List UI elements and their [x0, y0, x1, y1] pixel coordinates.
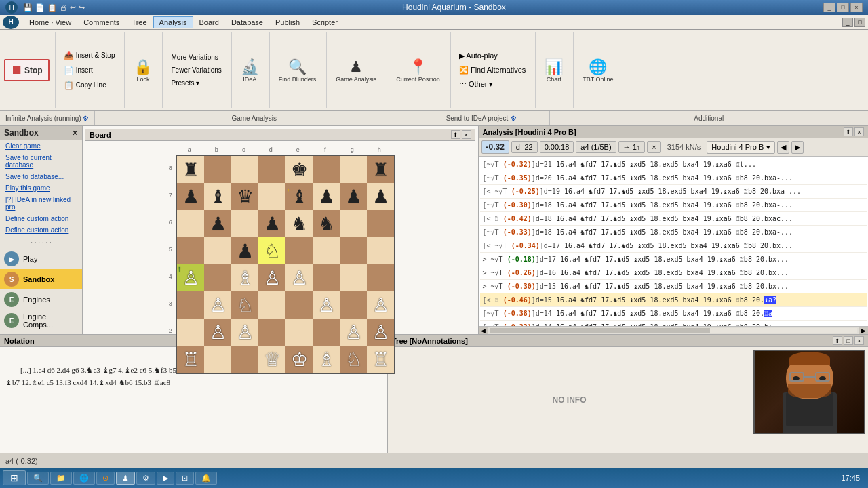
- taskbar-clock: 17:45: [835, 474, 865, 482]
- find-alternatives-btn[interactable]: 🔀 Find Alternatives: [455, 64, 530, 77]
- save-to-database-link[interactable]: Save to database...: [0, 171, 82, 182]
- close-btn[interactable]: ×: [850, 3, 863, 12]
- titlebar: H 💾 📄 📋 🖨 ↩ ↪ Houdini Aquarium - Sandbox…: [0, 0, 868, 15]
- taskbar-media[interactable]: ▶: [157, 472, 174, 485]
- analysis-line[interactable]: > ~√T (-0.30)]d=15 16.a4 ♞fd7 17.♞d5 ♝xd…: [480, 280, 867, 293]
- maximize-btn[interactable]: □: [837, 3, 849, 12]
- analysis-close[interactable]: ×: [854, 127, 864, 136]
- tree-expand[interactable]: ⬆: [833, 336, 842, 345]
- app-min[interactable]: _: [842, 18, 853, 27]
- infinite-analysis-label: Infinite Analysis (running): [5, 115, 81, 122]
- find-blunders-button[interactable]: 🔍 Find Blunders: [274, 56, 321, 85]
- taskbar-misc2[interactable]: 🔔: [195, 472, 217, 485]
- sidebar-nav-play[interactable]: ▶ Play: [0, 249, 82, 269]
- analysis-line[interactable]: > ~√T (-0.26)]d=16 16.a4 ♞fd7 17.♞d5 ♝xd…: [480, 266, 867, 280]
- additional-label: Additional: [694, 115, 724, 122]
- game-analysis-button[interactable]: ♟ Game Analysis: [331, 56, 381, 85]
- analysis-scroll-right[interactable]: ▶: [859, 327, 868, 335]
- minimize-btn[interactable]: _: [823, 3, 835, 12]
- menu-comments[interactable]: Comments: [77, 16, 125, 28]
- board-area: Board ⬆ × a b c d e f g: [83, 126, 479, 334]
- tree-fullscreen[interactable]: □: [844, 336, 853, 345]
- analysis-move-info[interactable]: a4 (1/5B): [576, 141, 616, 153]
- taskbar-misc1[interactable]: ⊡: [176, 472, 194, 485]
- clear-game-link[interactable]: Clear game: [0, 140, 82, 152]
- analysis-line[interactable]: [~√T (-0.35)]d=20 16.a4 ♞fd7 17.♞d5 ♝xd5…: [480, 171, 867, 185]
- chart-button[interactable]: 📊 Chart: [540, 56, 568, 85]
- analysis-time[interactable]: 0:00:18: [540, 141, 574, 153]
- sidebar-nav-sandbox[interactable]: S Sandbox: [0, 269, 82, 289]
- taskbar-search[interactable]: 🔍: [27, 472, 49, 485]
- lock-button[interactable]: 🔒 Lock: [129, 56, 157, 85]
- tree-title: Tree [NoAnnotations]: [392, 337, 468, 345]
- auto-play-btn[interactable]: ▶ Auto-play: [455, 49, 530, 62]
- analysis-line[interactable]: [< ♖ (-0.46)]d=15 16.a4 ♞fd7 17.♞d5 ♝xd5…: [480, 293, 867, 307]
- save-current-db-link[interactable]: Save to current database: [0, 152, 82, 171]
- analysis-line[interactable]: [< ♖ (-0.42)]d=18 16.a4 ♞fd7 17.♞d5 ♝xd5…: [480, 212, 867, 226]
- analysis-scroll-left[interactable]: ◀: [479, 327, 488, 335]
- analysis-expand[interactable]: ⬆: [844, 127, 853, 136]
- analysis-score[interactable]: -0.32: [481, 140, 509, 154]
- sidebar-title: Sandbox: [4, 128, 39, 138]
- more-variations-btn[interactable]: More Variations: [167, 52, 225, 63]
- analysis-depth[interactable]: d=22: [511, 141, 538, 153]
- idea-button[interactable]: 🔬 IDeA: [236, 56, 264, 85]
- sidebar: Sandbox ✕ Clear game Save to current dat…: [0, 126, 83, 334]
- presets-btn[interactable]: Presets ▾: [167, 77, 225, 89]
- idea-linked-link[interactable]: [?] IDeA in new linked pro: [0, 194, 82, 213]
- play-game-link[interactable]: Play this game: [0, 182, 82, 194]
- menu-publish[interactable]: Publish: [269, 16, 306, 28]
- board-panel-expand[interactable]: ⬆: [451, 130, 460, 139]
- fewer-variations-btn[interactable]: Fewer Variations: [167, 64, 225, 76]
- chessboard[interactable]: ♜ ♚ ♜ ♟: [176, 155, 395, 374]
- statusbar: a4 (-0.32): [0, 453, 868, 468]
- taskbar-ie[interactable]: 🌐: [73, 472, 95, 485]
- analysis-arrows[interactable]: → 1↑: [618, 141, 646, 153]
- menu-home[interactable]: Home · View: [23, 16, 77, 28]
- other-btn[interactable]: ⋯ Other ▾: [455, 78, 530, 91]
- tree-panel: Tree [NoAnnotations] ⬆ □ × NO INFO: [388, 335, 868, 453]
- window-title: Houdini Aquarium - Sandbox: [402, 3, 506, 12]
- analysis-line[interactable]: > ~√T (-0.18)]d=17 16.a4 ♞fd7 17.♞d5 ♝xd…: [480, 253, 867, 266]
- define-action-2-link[interactable]: Define custom action: [0, 224, 82, 236]
- sidebar-close[interactable]: ✕: [72, 129, 78, 138]
- analysis-line[interactable]: [~√T (-0.30)]d=18 16.a4 ♞fd7 17.♞d5 ♝xd5…: [480, 199, 867, 212]
- analysis-lines[interactable]: [~√T (-0.32)]d=21 16.a4 ♞fd7 17.♞d5 ♝xd5…: [479, 157, 869, 326]
- define-action-1-link[interactable]: Define custom action: [0, 213, 82, 224]
- current-position-button[interactable]: 📍 Current Position: [391, 56, 445, 85]
- stop-button[interactable]: ⏹ Stop: [4, 59, 50, 81]
- app-max[interactable]: □: [854, 18, 865, 27]
- menu-tree[interactable]: Tree: [125, 16, 153, 28]
- menu-database[interactable]: Database: [225, 16, 269, 28]
- analysis-line[interactable]: [~√T (-0.32)]d=21 16.a4 ♞fd7 17.♞d5 ♝xd5…: [480, 158, 867, 171]
- board-panel-close[interactable]: ×: [462, 130, 471, 139]
- taskbar-chess-app[interactable]: ♟: [116, 472, 135, 485]
- analysis-next-engine[interactable]: ▶: [791, 141, 804, 154]
- analysis-prev-engine[interactable]: ◀: [777, 141, 789, 154]
- copy-line-btn[interactable]: 📋 Copy Line: [60, 79, 119, 92]
- game-analysis-label: Game Analysis: [231, 115, 277, 122]
- analysis-engine-select[interactable]: Houdini 4 Pro B ▾: [707, 141, 775, 154]
- toolbar: ⏹ Stop 📥 Insert & Stop 📄 Insert 📋 Copy L…: [0, 30, 868, 111]
- analysis-line[interactable]: [< ~√T (-0.25)]d=19 16.a4 ♞fd7 17.♞d5 ♝x…: [480, 185, 867, 199]
- menu-analysis[interactable]: Analysis: [153, 16, 193, 28]
- analysis-close-btn[interactable]: ×: [647, 141, 660, 153]
- taskbar-gear[interactable]: ⚙: [136, 472, 155, 485]
- sidebar-nav-engine-comps[interactable]: E Engine Comps...: [0, 310, 82, 331]
- menu-board[interactable]: Board: [193, 16, 225, 28]
- insert-btn[interactable]: 📄 Insert: [60, 64, 119, 77]
- tbt-online-button[interactable]: 🌐 TBT Online: [578, 56, 618, 85]
- analysis-line[interactable]: [~√T (-0.33)]d=18 16.a4 ♞fd7 17.♞d5 ♝xd5…: [480, 226, 867, 239]
- start-button[interactable]: ⊞: [3, 470, 26, 485]
- tree-close[interactable]: ×: [854, 336, 864, 345]
- taskbar-chrome[interactable]: ⊙: [96, 472, 115, 485]
- analysis-line[interactable]: [~√T (-0.33)]d=14 16.a4 ♞fd7 17.♞d5 ♝xd5…: [480, 321, 867, 326]
- menubar: H Home · View Comments Tree Analysis Boa…: [0, 15, 868, 30]
- sidebar-nav-engines[interactable]: E Engines: [0, 289, 82, 310]
- insert-stop-btn[interactable]: 📥 Insert & Stop: [60, 49, 119, 62]
- analysis-line[interactable]: [~√T (-0.38)]d=14 16.a4 ♞fd7 17.♞d5 ♝xd5…: [480, 307, 867, 321]
- status-text: a4 (-0.32): [5, 457, 38, 465]
- menu-scripter[interactable]: Scripter: [306, 16, 344, 28]
- analysis-line[interactable]: [< ~√T (-0.34)]d=17 16.a4 ♞fd7 17.♞d5 ♝x…: [480, 239, 867, 253]
- taskbar-explorer[interactable]: 📁: [50, 472, 72, 485]
